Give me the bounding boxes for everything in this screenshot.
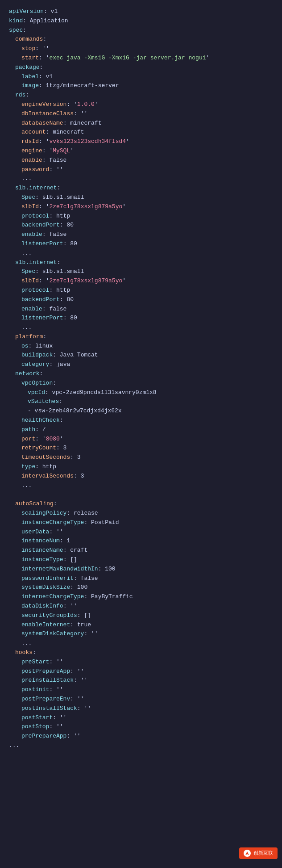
code-token-plain: : ' <box>39 277 49 284</box>
code-token-plain: ... <box>9 742 19 749</box>
code-token-key-orange: timeoutSeconds <box>21 454 70 461</box>
code-token-plain: : '' <box>77 705 91 712</box>
code-token-key: package <box>15 64 40 71</box>
code-line: databaseName: minecraft <box>9 119 273 128</box>
code-token-key-orange: stop <box>21 45 35 52</box>
code-token-plain: - vsw-2zeb48r2w7cdjxd4jx62x <box>28 407 122 414</box>
code-line: engine: 'MySQL' <box>9 147 273 156</box>
code-line: spec: <box>9 26 273 35</box>
code-token-key: listenerPort <box>21 314 63 321</box>
code-token-plain: : 1tzg/minecraft-server <box>39 82 119 89</box>
code-token-plain: ' <box>206 55 209 61</box>
code-token-key-orange: engine <box>21 147 42 154</box>
code-token-key-orange: engineVersion <box>21 101 66 108</box>
code-line: rds: <box>9 91 273 100</box>
code-line: enable: false <box>9 230 273 239</box>
code-token-plain: : [] <box>77 612 91 619</box>
code-line: protocol: http <box>9 212 273 221</box>
code-token-key: backendPort <box>21 296 60 303</box>
code-token-plain: : 3 <box>70 454 80 461</box>
code-line: stop: '' <box>9 44 273 54</box>
code-token-plain: : ' <box>66 101 77 108</box>
code-token-key: dataDiskInfo <box>21 603 63 609</box>
code-token-plain: : 80 <box>60 296 74 303</box>
code-token-plain: : linux <box>29 343 53 349</box>
code-token-plain: : '' <box>74 110 87 117</box>
code-token-key: apiVersion <box>9 8 44 15</box>
code-token-key: postInstallStack <box>21 705 77 712</box>
code-line: start: 'exec java -Xms1G -Xmx1G -jar ser… <box>9 54 273 63</box>
code-token-plain: : ' <box>35 436 46 442</box>
code-token-key-orange: password <box>21 166 49 173</box>
code-line: ... <box>9 249 273 258</box>
code-line: vpcOption: <box>9 379 273 388</box>
code-token-key-orange: commands <box>15 36 43 42</box>
code-token-plain: ... <box>21 482 32 489</box>
code-token-key-orange: databaseName <box>21 120 63 126</box>
code-line: vpcId: vpc-2zed9pncds1l31savnry0zm1x8 <box>9 388 273 398</box>
code-token-key: instanceNum <box>21 537 60 544</box>
code-token-plain: : ' <box>42 147 53 154</box>
code-token-plain: : v1 <box>44 8 58 15</box>
code-token-plain: ... <box>21 250 32 256</box>
code-token-key: os <box>21 343 29 349</box>
code-line: systemDiskSize: 100 <box>9 583 273 592</box>
code-token-plain: : <box>40 64 43 71</box>
code-line: ... <box>9 639 273 648</box>
code-token-plain: : minecraft <box>46 129 84 135</box>
code-token-quoted: 2ze7clg78xsxlg879a5yo <box>49 203 122 210</box>
code-token-key-orange: account <box>21 129 46 135</box>
code-token-key: type <box>21 463 35 470</box>
code-token-key: postPrepareApp <box>21 668 70 675</box>
code-line: slb.internet: <box>9 258 273 268</box>
code-token-plain: : 3 <box>74 473 84 479</box>
code-line: postInstallStack: '' <box>9 704 273 713</box>
code-line: backendPort: 80 <box>9 221 273 230</box>
code-token-key: slb.internet <box>15 185 57 191</box>
code-line: Spec: slb.s1.small <box>9 193 273 202</box>
code-token-plain: : <box>25 92 29 98</box>
code-line: instanceNum: 1 <box>9 537 273 546</box>
code-line: engineVersion: '1.0.0' <box>9 100 273 109</box>
code-token-plain: : slb.s1.small <box>35 268 84 275</box>
watermark-text: 创新互联 <box>253 849 273 857</box>
code-token-plain: : '' <box>84 630 98 637</box>
code-line: path: / <box>9 425 273 435</box>
code-line: postPrepareApp: '' <box>9 667 273 676</box>
code-token-plain: : <box>59 398 62 405</box>
code-line: postPrepareEnv: '' <box>9 695 273 704</box>
code-line: commands: <box>9 35 273 44</box>
code-token-key: postStop <box>21 723 49 730</box>
code-token-key: internetMaxBandwidthIn <box>21 566 98 572</box>
code-token-key: listenerPort <box>21 240 63 247</box>
code-token-plain: : ' <box>39 55 49 61</box>
code-line: healthCheck: <box>9 416 273 425</box>
code-token-plain: : <box>43 36 46 42</box>
code-token-key: category <box>21 361 49 368</box>
code-line: securityGroupIds: [] <box>9 611 273 621</box>
code-token-key: internetChargeType <box>21 593 84 600</box>
code-line: ... <box>9 174 273 184</box>
code-token-key-orange: start <box>21 55 39 61</box>
code-token-quoted: 2ze7clg78xsxlg879a5yo <box>49 277 122 284</box>
code-token-key: postStart <box>21 714 53 721</box>
code-line: type: http <box>9 462 273 472</box>
code-token-plain: : '' <box>53 714 66 721</box>
code-token-plain: : vpc-2zed9pncds1l31savnry0zm1x8 <box>45 389 157 396</box>
code-token-key: vpcOption <box>21 380 53 386</box>
code-line: dataDiskInfo: '' <box>9 602 273 611</box>
code-line: slbId: '2ze7clg78xsxlg879a5yo' <box>9 277 273 286</box>
code-line: prePrepareApp: '' <box>9 732 273 741</box>
code-line: apiVersion: v1 <box>9 7 273 17</box>
code-line: retryCount: 3 <box>9 444 273 453</box>
watermark: 创新互联 <box>239 847 278 859</box>
code-token-quoted: vvks123s123scdh34flsd4 <box>49 138 126 145</box>
watermark-icon <box>244 850 251 857</box>
code-token-plain: : [] <box>63 556 77 563</box>
code-token-key: postPrepareEnv <box>21 696 70 702</box>
code-token-key: prePrepareApp <box>21 733 66 739</box>
code-line: rdsId: 'vvks123s123scdh34flsd4' <box>9 137 273 147</box>
code-token-key-orange: dbInstanceClass <box>21 110 74 117</box>
code-token-key: enableInternet <box>21 621 70 628</box>
code-token-key-orange: retryCount <box>21 444 56 451</box>
